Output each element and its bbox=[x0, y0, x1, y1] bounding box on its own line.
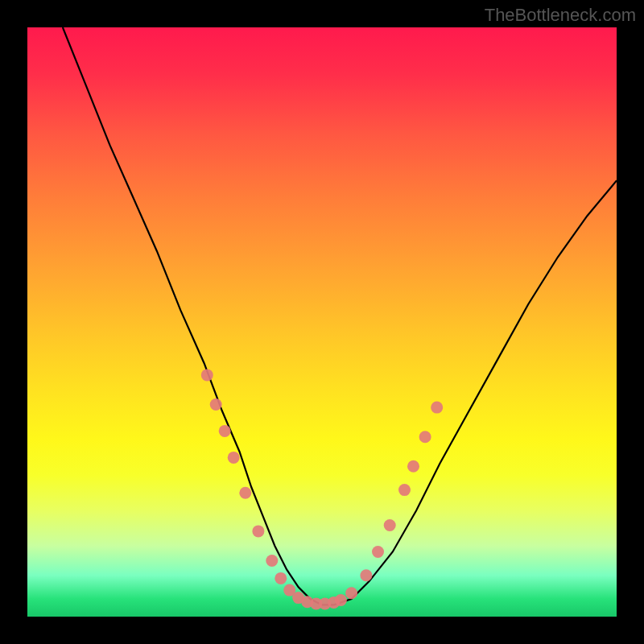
marker-dot bbox=[360, 569, 372, 581]
marker-dot bbox=[219, 425, 231, 437]
marker-dot bbox=[252, 525, 264, 537]
marker-dot bbox=[384, 519, 396, 531]
marker-dot bbox=[228, 452, 240, 464]
chart-overlay bbox=[27, 27, 617, 617]
marker-dot bbox=[372, 546, 384, 558]
marker-dots bbox=[201, 369, 443, 609]
plot-area bbox=[27, 27, 617, 617]
marker-dot bbox=[275, 572, 287, 584]
bottleneck-curve bbox=[63, 27, 617, 605]
marker-dot bbox=[266, 555, 278, 567]
marker-dot bbox=[407, 460, 419, 473]
marker-dot bbox=[335, 594, 347, 606]
marker-dot bbox=[398, 484, 411, 496]
marker-dot bbox=[431, 402, 443, 414]
marker-dot bbox=[239, 487, 251, 499]
marker-dot bbox=[210, 398, 222, 411]
watermark-text: TheBottleneck.com bbox=[485, 5, 636, 26]
chart-container: TheBottleneck.com bbox=[0, 0, 644, 644]
marker-dot bbox=[201, 369, 213, 381]
marker-dot bbox=[345, 587, 357, 599]
marker-dot bbox=[419, 431, 431, 443]
